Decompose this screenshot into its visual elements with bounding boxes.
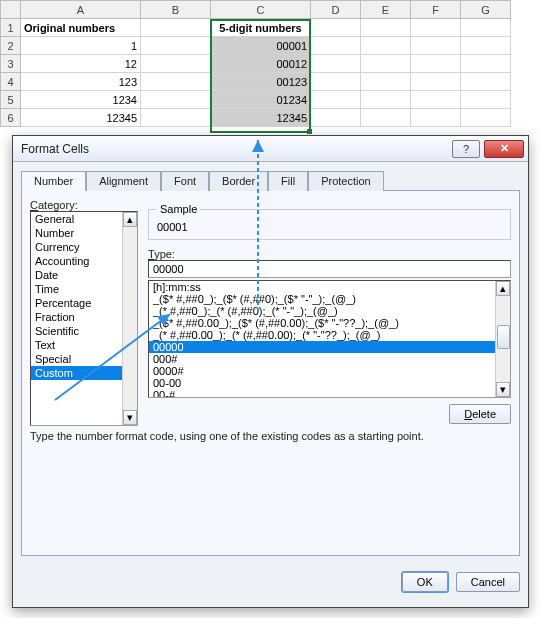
help-icon: ? — [463, 143, 469, 155]
tabstrip: Number Alignment Font Border Fill Protec… — [13, 162, 528, 190]
cell-A4[interactable]: 123 — [21, 73, 141, 91]
help-button[interactable]: ? — [452, 140, 480, 158]
cell-D2[interactable] — [311, 37, 361, 55]
cell-B5[interactable] — [141, 91, 211, 109]
col-header-G[interactable]: G — [461, 1, 511, 19]
cell-D4[interactable] — [311, 73, 361, 91]
close-icon: ✕ — [500, 142, 509, 155]
col-header-D[interactable]: D — [311, 1, 361, 19]
cell-B6[interactable] — [141, 109, 211, 127]
tab-protection[interactable]: Protection — [308, 171, 384, 191]
tab-border[interactable]: Border — [209, 171, 268, 191]
cell-E3[interactable] — [361, 55, 411, 73]
cell-G2[interactable] — [461, 37, 511, 55]
row-header-1[interactable]: 1 — [1, 19, 21, 37]
cell-D5[interactable] — [311, 91, 361, 109]
category-label: Category: — [30, 199, 138, 211]
cell-F1[interactable] — [411, 19, 461, 37]
fmt-item[interactable]: 000# — [149, 353, 510, 365]
cell-C1[interactable]: 5-digit numbers — [211, 19, 311, 37]
cell-E5[interactable] — [361, 91, 411, 109]
tab-body: Category: General Number Currency Accoun… — [21, 190, 520, 556]
help-text: Type the number format code, using one o… — [30, 430, 511, 442]
cell-F3[interactable] — [411, 55, 461, 73]
fmt-item[interactable]: 0000# — [149, 365, 510, 377]
delete-button[interactable]: Delete — [449, 404, 511, 424]
dialog-buttons: OK Cancel — [13, 564, 528, 600]
fmt-item[interactable]: 00-# — [149, 389, 510, 398]
fmt-item[interactable]: _(* #,##0.00_);_(* (#,##0.00);_(* "-"??_… — [149, 329, 510, 341]
col-header-F[interactable]: F — [411, 1, 461, 19]
fmt-item-selected[interactable]: 00000 — [149, 341, 510, 353]
format-list[interactable]: [h]:mm:ss _($* #,##0_);_($* (#,##0);_($*… — [148, 280, 511, 398]
cell-G1[interactable] — [461, 19, 511, 37]
cell-D6[interactable] — [311, 109, 361, 127]
cell-G3[interactable] — [461, 55, 511, 73]
cell-F5[interactable] — [411, 91, 461, 109]
cell-C3[interactable]: 00012 — [211, 55, 311, 73]
cell-B4[interactable] — [141, 73, 211, 91]
fmt-item[interactable]: _(* #,##0_);_(* (#,##0);_(* "-"_);_(@_) — [149, 305, 510, 317]
cell-D3[interactable] — [311, 55, 361, 73]
row-header-3[interactable]: 3 — [1, 55, 21, 73]
grid[interactable]: A B C D E F G 1 Original numbers 5-digit… — [0, 0, 511, 127]
ok-button[interactable]: OK — [402, 572, 448, 592]
cell-A5[interactable]: 1234 — [21, 91, 141, 109]
cell-C2[interactable]: 00001 — [211, 37, 311, 55]
fmt-item[interactable]: 00-00 — [149, 377, 510, 389]
cell-B1[interactable] — [141, 19, 211, 37]
col-header-C[interactable]: C — [211, 1, 311, 19]
cell-A3[interactable]: 12 — [21, 55, 141, 73]
scroll-down-icon[interactable]: ▾ — [123, 410, 137, 425]
close-button[interactable]: ✕ — [484, 140, 524, 158]
tab-alignment[interactable]: Alignment — [86, 171, 161, 191]
type-input[interactable] — [148, 260, 511, 278]
row-header-2[interactable]: 2 — [1, 37, 21, 55]
scroll-up-icon[interactable]: ▴ — [123, 212, 137, 227]
cell-F2[interactable] — [411, 37, 461, 55]
titlebar[interactable]: Format Cells ? ✕ — [13, 136, 528, 162]
cell-C5[interactable]: 01234 — [211, 91, 311, 109]
cell-D1[interactable] — [311, 19, 361, 37]
col-header-A[interactable]: A — [21, 1, 141, 19]
fill-handle[interactable] — [307, 129, 312, 134]
cell-C6[interactable]: 12345 — [211, 109, 311, 127]
corner-cell[interactable] — [1, 1, 21, 19]
cell-E6[interactable] — [361, 109, 411, 127]
tab-number[interactable]: Number — [21, 171, 86, 191]
fmt-item[interactable]: _($* #,##0.00_);_($* (#,##0.00);_($* "-"… — [149, 317, 510, 329]
cell-B2[interactable] — [141, 37, 211, 55]
sample-group: Sample 00001 — [148, 203, 511, 240]
category-scrollbar[interactable]: ▴ ▾ — [122, 212, 137, 425]
scroll-thumb[interactable] — [497, 325, 510, 349]
cell-F4[interactable] — [411, 73, 461, 91]
cell-G6[interactable] — [461, 109, 511, 127]
tab-fill[interactable]: Fill — [268, 171, 308, 191]
cell-A2[interactable]: 1 — [21, 37, 141, 55]
row-header-4[interactable]: 4 — [1, 73, 21, 91]
cell-B3[interactable] — [141, 55, 211, 73]
type-label: Type: — [148, 248, 511, 260]
fmt-item[interactable]: _($* #,##0_);_($* (#,##0);_($* "-"_);_(@… — [149, 293, 510, 305]
cell-G5[interactable] — [461, 91, 511, 109]
col-header-B[interactable]: B — [141, 1, 211, 19]
cell-G4[interactable] — [461, 73, 511, 91]
category-list[interactable]: General Number Currency Accounting Date … — [30, 211, 138, 426]
scroll-down-icon[interactable]: ▾ — [496, 382, 510, 397]
dialog-title: Format Cells — [21, 142, 452, 156]
cell-E1[interactable] — [361, 19, 411, 37]
cell-F6[interactable] — [411, 109, 461, 127]
row-header-6[interactable]: 6 — [1, 109, 21, 127]
cancel-button[interactable]: Cancel — [456, 572, 520, 592]
cell-A1[interactable]: Original numbers — [21, 19, 141, 37]
format-scrollbar[interactable]: ▴ ▾ — [495, 281, 510, 397]
fmt-item[interactable]: [h]:mm:ss — [149, 281, 510, 293]
scroll-up-icon[interactable]: ▴ — [496, 281, 510, 296]
cell-E2[interactable] — [361, 37, 411, 55]
tab-font[interactable]: Font — [161, 171, 209, 191]
cell-E4[interactable] — [361, 73, 411, 91]
cell-C4[interactable]: 00123 — [211, 73, 311, 91]
col-header-E[interactable]: E — [361, 1, 411, 19]
cell-A6[interactable]: 12345 — [21, 109, 141, 127]
row-header-5[interactable]: 5 — [1, 91, 21, 109]
